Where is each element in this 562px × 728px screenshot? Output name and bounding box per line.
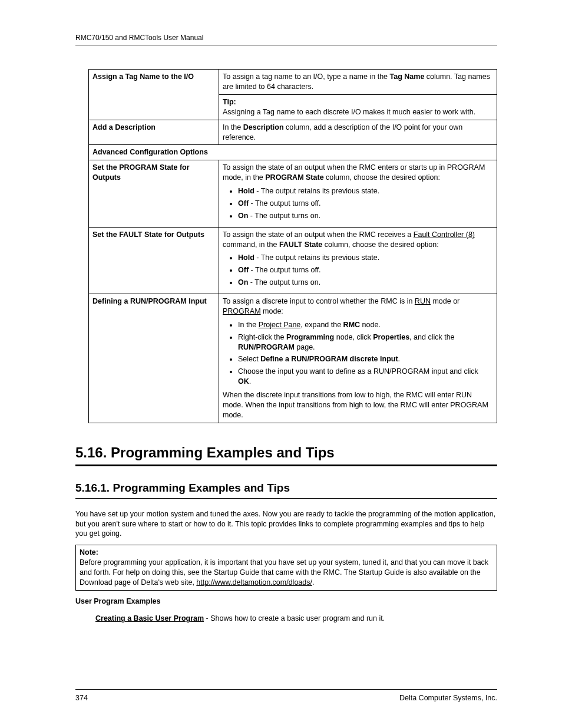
section-heading-h2: 5.16. Programming Examples and Tips bbox=[75, 443, 497, 462]
footer-rule bbox=[75, 689, 497, 690]
example-entry: Creating a Basic User Program - Shows ho… bbox=[95, 614, 497, 624]
table-subheader-row: Advanced Configuration Options bbox=[89, 145, 497, 160]
configuration-table: Assign a Tag Name to the I/O To assign a… bbox=[88, 69, 497, 423]
page-number: 374 bbox=[75, 693, 88, 703]
note-label: Note: bbox=[80, 548, 98, 556]
row-label: Set the FAULT State for Outputs bbox=[89, 227, 219, 294]
list-item: On - The output turns on. bbox=[238, 211, 493, 221]
list-item: Right-click the Programming node, click … bbox=[238, 332, 493, 353]
list-item: Choose the input you want to define as a… bbox=[238, 367, 493, 387]
list-item: Off - The output turns off. bbox=[238, 199, 493, 209]
row-label: Defining a RUN/PROGRAM Input bbox=[89, 294, 219, 423]
table-row: Defining a RUN/PROGRAM Input To assign a… bbox=[89, 294, 497, 423]
list-item: In the Project Pane, expand the RMC node… bbox=[238, 320, 493, 330]
row-content: To assign a tag name to an I/O, type a n… bbox=[219, 70, 497, 95]
list-item: On - The output turns on. bbox=[238, 278, 493, 288]
row-footer-text: When the discrete input transitions from… bbox=[223, 390, 493, 420]
option-list: Hold - The output retains its previous s… bbox=[223, 253, 493, 288]
table-row: Add a Description In the Description col… bbox=[89, 120, 497, 145]
table-row: Assign a Tag Name to the I/O To assign a… bbox=[89, 70, 497, 95]
project-pane-link[interactable]: Project Pane bbox=[259, 321, 301, 329]
option-list: Hold - The output retains its previous s… bbox=[223, 186, 493, 221]
list-item: Off - The output turns off. bbox=[238, 265, 493, 275]
row-label: Assign a Tag Name to the I/O bbox=[89, 70, 219, 120]
step-list: In the Project Pane, expand the RMC node… bbox=[223, 320, 493, 387]
list-item: Select Define a RUN/PROGRAM discrete inp… bbox=[238, 354, 493, 364]
document-page: RMC70/150 and RMCTools User Manual Assig… bbox=[0, 0, 562, 728]
header-rule bbox=[75, 45, 497, 45]
list-item: Hold - The output retains its previous s… bbox=[238, 186, 493, 196]
row-content: In the Description column, add a descrip… bbox=[219, 120, 497, 145]
run-mode-link[interactable]: RUN bbox=[415, 297, 431, 305]
advanced-header: Advanced Configuration Options bbox=[89, 145, 497, 160]
heading-rule-thick bbox=[75, 465, 497, 466]
section-heading-h3: 5.16.1. Programming Examples and Tips bbox=[75, 480, 497, 496]
row-content: To assign the state of an output when th… bbox=[219, 227, 497, 294]
fault-controller-link[interactable]: Fault Controller (8) bbox=[414, 230, 475, 239]
note-box: Note: Before programming your applicatio… bbox=[75, 545, 497, 591]
page-footer: 374 Delta Computer Systems, Inc. bbox=[75, 689, 497, 703]
table-row: Set the PROGRAM State for Outputs To ass… bbox=[89, 160, 497, 227]
row-label: Add a Description bbox=[89, 120, 219, 145]
row-content: To assign the state of an output when th… bbox=[219, 160, 497, 227]
company-name: Delta Computer Systems, Inc. bbox=[399, 693, 497, 703]
download-url-link[interactable]: http://www.deltamotion.com/dloads/ bbox=[196, 578, 312, 587]
intro-paragraph: You have set up your motion system and t… bbox=[75, 509, 497, 539]
row-label: Set the PROGRAM State for Outputs bbox=[89, 160, 219, 227]
examples-subhead: User Program Examples bbox=[75, 597, 497, 607]
program-mode-link[interactable]: PROGRAM bbox=[223, 307, 261, 315]
creating-basic-user-program-link[interactable]: Creating a Basic User Program bbox=[95, 614, 204, 622]
page-header: RMC70/150 and RMCTools User Manual bbox=[75, 33, 497, 42]
row-content-tip: Tip: Assigning a Tag name to each discre… bbox=[219, 94, 497, 120]
heading-rule-thin bbox=[75, 498, 497, 499]
list-item: Hold - The output retains its previous s… bbox=[238, 253, 493, 263]
table-row: Set the FAULT State for Outputs To assig… bbox=[89, 227, 497, 294]
row-content: To assign a discrete input to control wh… bbox=[219, 294, 497, 423]
